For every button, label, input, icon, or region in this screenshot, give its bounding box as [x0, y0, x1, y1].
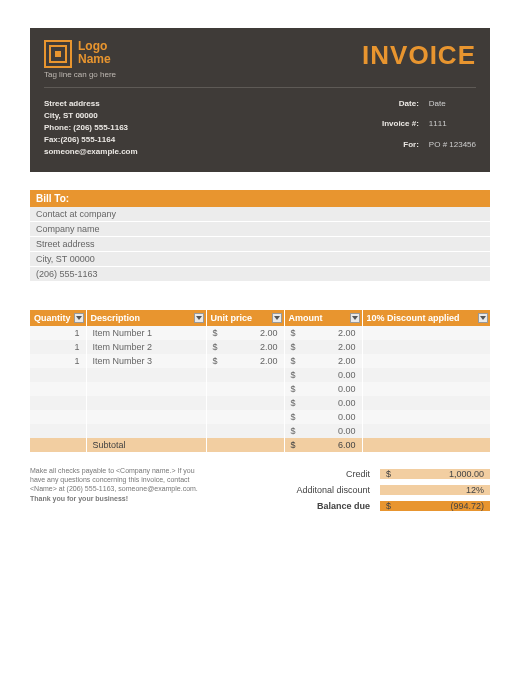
- meta-date-val: Date: [429, 98, 476, 117]
- totals-block: Credit $1,000.00 Additonal discount 12% …: [218, 466, 490, 514]
- table-row: 1Item Number 1$2.00$2.00: [30, 326, 490, 340]
- filter-icon[interactable]: [194, 313, 204, 323]
- meta-invnum-val: 1111: [429, 118, 476, 137]
- meta-for-val: PO # 123456: [429, 139, 476, 158]
- col-unitprice[interactable]: Unit price: [206, 310, 284, 326]
- items-table: Quantity Description Unit price Amount 1…: [30, 310, 490, 452]
- invoice-meta: Date: Date Invoice #: 1111 For: PO # 123…: [382, 98, 476, 158]
- billto-header: Bill To:: [30, 190, 490, 207]
- subtotal-row: Subtotal $6.00: [30, 438, 490, 452]
- billto-row: City, ST 00000: [30, 252, 490, 267]
- discount-label: Additonal discount: [218, 485, 380, 495]
- thanks-text: Thank you for your business!: [30, 494, 200, 503]
- table-row: $0.00: [30, 396, 490, 410]
- billto-row: Company name: [30, 222, 490, 237]
- billto-row: (206) 555-1163: [30, 267, 490, 282]
- credit-value: 1,000.00: [449, 469, 484, 479]
- payment-notes: Make all checks payable to <Company name…: [30, 466, 200, 514]
- addr-street: Street address: [44, 98, 138, 110]
- company-address: Street address City, ST 00000 Phone: (20…: [44, 98, 138, 158]
- table-row: $0.00: [30, 382, 490, 396]
- discount-value: 12%: [380, 485, 490, 495]
- table-row: 1Item Number 2$2.00$2.00: [30, 340, 490, 354]
- filter-icon[interactable]: [74, 313, 84, 323]
- addr-city: City, ST 00000: [44, 110, 138, 122]
- invoice-header: Logo Name Tag line can go here INVOICE S…: [30, 28, 490, 172]
- subtotal-value: 6.00: [338, 440, 356, 450]
- billto-row: Street address: [30, 237, 490, 252]
- notes-text: Make all checks payable to <Company name…: [30, 466, 200, 493]
- filter-icon[interactable]: [350, 313, 360, 323]
- tagline: Tag line can go here: [44, 70, 116, 79]
- balance-due-value: (994.72): [450, 501, 484, 511]
- addr-email: someone@example.com: [44, 146, 138, 158]
- balance-due-label: Balance due: [218, 501, 380, 511]
- logo-block: Logo Name: [44, 40, 116, 68]
- table-row: $0.00: [30, 424, 490, 438]
- logo-name-2: Name: [78, 53, 111, 66]
- col-quantity[interactable]: Quantity: [30, 310, 86, 326]
- addr-fax: Fax:(206) 555-1164: [44, 134, 138, 146]
- col-discount[interactable]: 10% Discount applied: [362, 310, 490, 326]
- addr-phone: Phone: (206) 555-1163: [44, 122, 138, 134]
- filter-icon[interactable]: [478, 313, 488, 323]
- table-row: $0.00: [30, 368, 490, 382]
- filter-icon[interactable]: [272, 313, 282, 323]
- billto-row: Contact at company: [30, 207, 490, 222]
- table-row: 1Item Number 3$2.00$2.00: [30, 354, 490, 368]
- col-amount[interactable]: Amount: [284, 310, 362, 326]
- col-description[interactable]: Description: [86, 310, 206, 326]
- billto-list: Contact at companyCompany nameStreet add…: [30, 207, 490, 282]
- table-row: $0.00: [30, 410, 490, 424]
- logo-icon: [44, 40, 72, 68]
- svg-rect-2: [55, 51, 61, 57]
- credit-label: Credit: [218, 469, 380, 479]
- invoice-title: INVOICE: [362, 40, 476, 71]
- meta-date-lbl: Date:: [382, 98, 419, 117]
- header-separator: [44, 87, 476, 88]
- meta-for-lbl: For:: [382, 139, 419, 158]
- meta-invnum-lbl: Invoice #:: [382, 118, 419, 137]
- subtotal-label: Subtotal: [86, 438, 206, 452]
